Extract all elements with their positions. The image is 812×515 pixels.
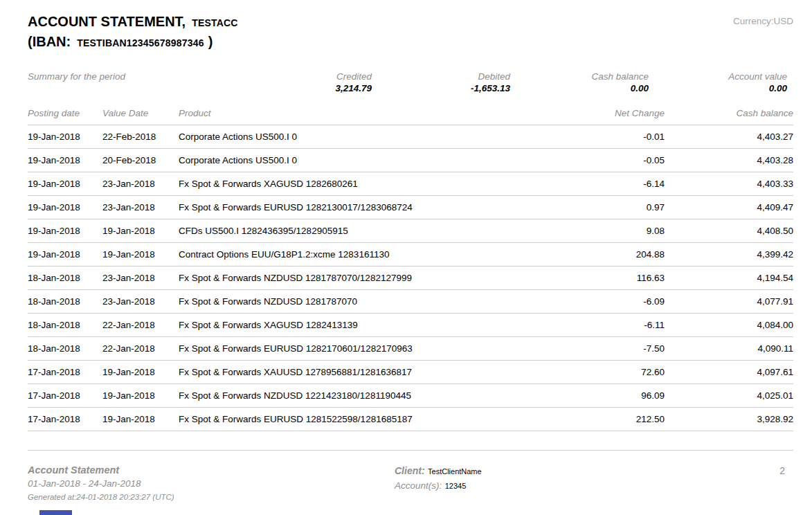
product-cell: Corporate Actions US500.I 0 bbox=[179, 132, 561, 142]
product-cell: CFDs US500.I 1282436395/1282905915 bbox=[179, 226, 561, 236]
summary-period-label: Summary for the period bbox=[28, 71, 233, 82]
summary-account-value-value: 0.00 bbox=[649, 82, 787, 95]
product-cell: Fx Spot & Forwards NZDUSD 1281787070 bbox=[179, 296, 561, 307]
posting-date-cell: 18-Jan-2018 bbox=[28, 296, 102, 307]
value-date-cell: 23-Jan-2018 bbox=[102, 296, 179, 307]
footer-client-block: Client: TestClientName Account(s): 12345 bbox=[395, 464, 755, 503]
cash-balance-cell: 4,194.54 bbox=[665, 273, 793, 283]
product-cell: Contract Options EUU/G18P1.2:xcme 128316… bbox=[179, 249, 561, 260]
title-block: ACCOUNT STATEMENT,TESTACC (IBAN:TESTIBAN… bbox=[28, 12, 238, 53]
value-date-cell: 23-Jan-2018 bbox=[102, 273, 179, 283]
value-date-cell: 19-Jan-2018 bbox=[102, 414, 179, 424]
posting-date-cell: 18-Jan-2018 bbox=[28, 343, 102, 354]
summary-cash-balance-value: 0.00 bbox=[510, 82, 649, 95]
currency-label: Currency:USD bbox=[733, 12, 793, 26]
value-date-cell: 20-Feb-2018 bbox=[102, 155, 179, 165]
col-header-product: Product bbox=[179, 108, 561, 118]
product-cell: Fx Spot & Forwards NZDUSD 1281787070/128… bbox=[179, 273, 561, 283]
product-cell: Fx Spot & Forwards NZDUSD 1221423180/128… bbox=[179, 390, 561, 401]
product-cell: Fx Spot & Forwards EURUSD 1281522598/128… bbox=[179, 414, 561, 424]
cash-balance-cell: 4,399.42 bbox=[665, 249, 793, 260]
summary-debited: Debited -1,653.13 bbox=[372, 71, 510, 95]
net-change-cell: -6.11 bbox=[561, 320, 665, 330]
net-change-cell: -6.14 bbox=[561, 179, 665, 189]
accounts-value: 12345 bbox=[445, 482, 467, 490]
product-cell: Fx Spot & Forwards XAGUSD 1282680261 bbox=[179, 179, 561, 189]
net-change-cell: 204.88 bbox=[561, 249, 665, 260]
value-date-cell: 22-Jan-2018 bbox=[102, 320, 179, 330]
summary-credited-label: Credited bbox=[233, 71, 372, 82]
net-change-cell: 9.08 bbox=[561, 226, 665, 236]
summary-account-value: Account value 0.00 bbox=[649, 71, 787, 95]
col-header-value-date: Value Date bbox=[102, 108, 179, 118]
table-row: 18-Jan-201823-Jan-2018Fx Spot & Forwards… bbox=[28, 290, 793, 314]
summary-debited-value: -1,653.13 bbox=[372, 82, 510, 95]
cash-balance-cell: 4,090.11 bbox=[665, 343, 793, 354]
net-change-cell: 116.63 bbox=[561, 273, 665, 283]
page-number: 2 bbox=[755, 464, 793, 503]
net-change-cell: 212.50 bbox=[561, 414, 665, 424]
posting-date-cell: 19-Jan-2018 bbox=[28, 226, 102, 236]
posting-date-cell: 19-Jan-2018 bbox=[28, 179, 102, 189]
product-cell: Corporate Actions US500.I 0 bbox=[179, 155, 561, 165]
iban-label: (IBAN: bbox=[28, 34, 71, 49]
footer-period: 01-Jan-2018 - 24-Jan-2018 bbox=[28, 478, 395, 490]
summary-credited-value: 3,214.79 bbox=[233, 82, 372, 95]
summary-credited: Credited 3,214.79 bbox=[233, 71, 372, 95]
value-date-cell: 19-Jan-2018 bbox=[102, 390, 179, 401]
table-row: 19-Jan-201820-Feb-2018Corporate Actions … bbox=[28, 149, 793, 172]
client-label: Client: bbox=[395, 465, 425, 476]
footer-accent-bar bbox=[39, 510, 72, 515]
table-row: 19-Jan-201822-Feb-2018Corporate Actions … bbox=[28, 125, 793, 149]
value-date-cell: 22-Jan-2018 bbox=[102, 343, 179, 354]
summary-row: Summary for the period Credited 3,214.79… bbox=[28, 71, 793, 95]
footer-left-block: Account Statement 01-Jan-2018 - 24-Jan-2… bbox=[28, 464, 395, 503]
table-row: 18-Jan-201822-Jan-2018Fx Spot & Forwards… bbox=[28, 337, 793, 361]
product-cell: Fx Spot & Forwards XAUUSD 1278956881/128… bbox=[179, 367, 561, 377]
cash-balance-cell: 4,408.50 bbox=[665, 226, 793, 236]
statement-table-body: 19-Jan-201822-Feb-2018Corporate Actions … bbox=[28, 125, 793, 431]
value-date-cell: 23-Jan-2018 bbox=[102, 202, 179, 213]
account-statement-page: ACCOUNT STATEMENT,TESTACC (IBAN:TESTIBAN… bbox=[0, 0, 812, 515]
col-header-net-change: Net Change bbox=[561, 108, 665, 118]
posting-date-cell: 19-Jan-2018 bbox=[28, 132, 102, 142]
value-date-cell: 19-Jan-2018 bbox=[102, 367, 179, 377]
cash-balance-cell: 4,403.33 bbox=[665, 179, 793, 189]
posting-date-cell: 19-Jan-2018 bbox=[28, 249, 102, 260]
net-change-cell: 96.09 bbox=[561, 390, 665, 401]
cash-balance-cell: 4,025.01 bbox=[665, 390, 793, 401]
posting-date-cell: 17-Jan-2018 bbox=[28, 414, 102, 424]
table-header-row: Posting date Value Date Product Net Chan… bbox=[28, 108, 793, 125]
table-row: 18-Jan-201822-Jan-2018Fx Spot & Forwards… bbox=[28, 314, 793, 337]
posting-date-cell: 19-Jan-2018 bbox=[28, 202, 102, 213]
net-change-cell: -0.05 bbox=[561, 155, 665, 165]
table-row: 17-Jan-201819-Jan-2018Fx Spot & Forwards… bbox=[28, 361, 793, 384]
footer-divider bbox=[28, 450, 793, 451]
product-cell: Fx Spot & Forwards XAGUSD 1282413139 bbox=[179, 320, 561, 330]
summary-cash-balance: Cash balance 0.00 bbox=[510, 71, 649, 95]
product-cell: Fx Spot & Forwards EURUSD 1282130017/128… bbox=[179, 202, 561, 213]
iban-value: TESTIBAN12345678987346 bbox=[77, 37, 204, 48]
statement-footer: Account Statement 01-Jan-2018 - 24-Jan-2… bbox=[28, 464, 793, 503]
posting-date-cell: 19-Jan-2018 bbox=[28, 155, 102, 165]
cash-balance-cell: 4,084.00 bbox=[665, 320, 793, 330]
page-title: ACCOUNT STATEMENT, bbox=[28, 14, 186, 29]
table-row: 19-Jan-201819-Jan-2018CFDs US500.I 12824… bbox=[28, 219, 793, 243]
value-date-cell: 22-Feb-2018 bbox=[102, 132, 179, 142]
table-row: 19-Jan-201823-Jan-2018Fx Spot & Forwards… bbox=[28, 196, 793, 219]
value-date-cell: 19-Jan-2018 bbox=[102, 226, 179, 236]
summary-cash-balance-label: Cash balance bbox=[510, 71, 649, 82]
col-header-cash-balance: Cash balance bbox=[665, 108, 793, 118]
footer-doc-title: Account Statement bbox=[28, 464, 395, 476]
table-row: 19-Jan-201819-Jan-2018Contract Options E… bbox=[28, 243, 793, 266]
posting-date-cell: 17-Jan-2018 bbox=[28, 367, 102, 377]
table-row: 17-Jan-201819-Jan-2018Fx Spot & Forwards… bbox=[28, 384, 793, 408]
account-name: TESTACC bbox=[192, 17, 237, 28]
net-change-cell: 0.97 bbox=[561, 202, 665, 213]
table-row: 17-Jan-201819-Jan-2018Fx Spot & Forwards… bbox=[28, 408, 793, 431]
value-date-cell: 23-Jan-2018 bbox=[102, 179, 179, 189]
statement-header: ACCOUNT STATEMENT,TESTACC (IBAN:TESTIBAN… bbox=[28, 12, 793, 53]
posting-date-cell: 17-Jan-2018 bbox=[28, 390, 102, 401]
product-cell: Fx Spot & Forwards EURUSD 1282170601/128… bbox=[179, 343, 561, 354]
net-change-cell: -7.50 bbox=[561, 343, 665, 354]
